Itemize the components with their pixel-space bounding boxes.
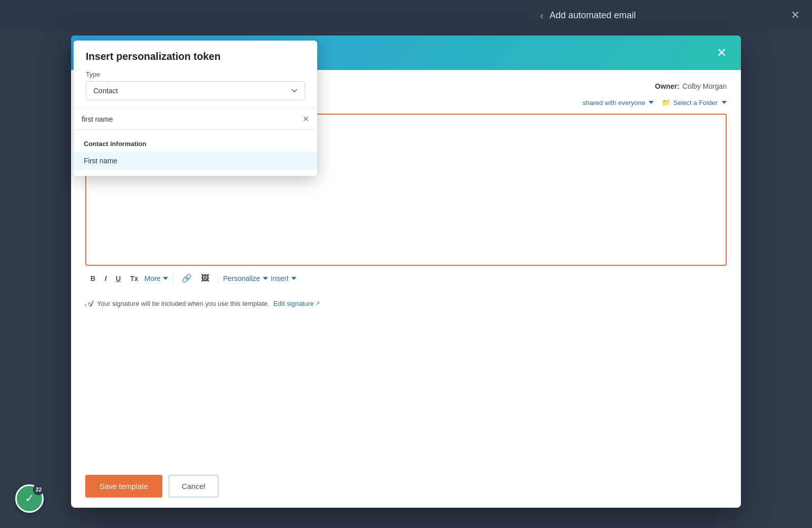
personalize-button[interactable]: Personalize [223, 274, 267, 283]
token-search-area: ✕ [74, 109, 317, 130]
shared-badge[interactable]: shared with everyone [583, 99, 654, 107]
bold-button[interactable]: B [87, 272, 98, 285]
token-results: Contact information First name [74, 130, 317, 176]
owner-value: Colby Morgan [683, 82, 727, 90]
right-panel-header: ‹ Add automated email ✕ [528, 0, 812, 30]
toolbar-separator-2 [217, 273, 218, 284]
underline-button[interactable]: U [113, 272, 124, 285]
token-group-label: Contact information [74, 136, 317, 152]
right-panel-close-button[interactable]: ✕ [791, 10, 800, 21]
italic-button[interactable]: I [101, 272, 110, 285]
token-search-input[interactable] [82, 115, 298, 123]
token-popup: Insert personalization token Type Contac… [74, 41, 317, 176]
editor-toolbar: B I U Tx More 🔗 🖼 Personalize Insert [85, 266, 727, 290]
cancel-button[interactable]: Cancel [168, 475, 219, 498]
signature-note: 𝒜 Your signature will be included when y… [85, 298, 727, 309]
save-template-button[interactable]: Save template [85, 475, 162, 498]
more-button[interactable]: More [144, 274, 168, 283]
token-type-label: Type [86, 71, 305, 78]
right-panel-title: Add automated email [550, 10, 636, 21]
shared-section: shared with everyone 📁 Select a Folder [583, 98, 727, 107]
back-button[interactable]: ‹ [540, 10, 544, 21]
more-chevron-icon [163, 277, 168, 280]
signature-icon: 𝒜 [85, 298, 93, 309]
owner-section: Owner: Colby Morgan [655, 82, 727, 90]
personalize-chevron-icon [263, 277, 268, 280]
link-button[interactable]: 🔗 [179, 271, 195, 285]
folder-chevron-icon [722, 101, 727, 104]
strikethrough-button[interactable]: Tx [127, 272, 141, 285]
shared-label: shared with everyone [583, 99, 646, 107]
token-popup-title: Insert personalization token [86, 51, 305, 62]
edit-signature-label: Edit signature [274, 300, 314, 307]
notification-badge[interactable]: ✓ 22 [15, 484, 44, 513]
token-type-select[interactable]: Contact Company Deal Owner [86, 81, 305, 100]
more-label: More [144, 274, 160, 283]
modal-footer: Save template Cancel [71, 465, 741, 508]
checkmark-icon: ✓ [25, 492, 34, 505]
folder-label: Select a Folder [673, 99, 718, 107]
folder-icon: 📁 [662, 98, 670, 107]
image-button[interactable]: 🖼 [198, 272, 212, 285]
edit-signature-link[interactable]: Edit signature ↗ [274, 300, 320, 307]
personalize-label: Personalize [223, 274, 260, 283]
token-search-clear-button[interactable]: ✕ [302, 115, 309, 123]
external-link-icon: ↗ [315, 300, 320, 307]
insert-label: Insert [271, 274, 289, 283]
token-popup-header: Insert personalization token Type Contac… [74, 41, 317, 109]
owner-label: Owner: [655, 82, 680, 90]
badge-count: 22 [33, 484, 44, 495]
insert-chevron-icon [291, 277, 296, 280]
signature-text: Your signature will be included when you… [97, 300, 269, 307]
insert-button[interactable]: Insert [271, 274, 296, 283]
folder-badge[interactable]: 📁 Select a Folder [662, 98, 727, 107]
toolbar-separator-1 [173, 273, 174, 284]
modal-close-button[interactable]: ✕ [717, 46, 727, 60]
token-item-firstname[interactable]: First name [74, 152, 317, 170]
shared-chevron-icon [649, 101, 654, 104]
